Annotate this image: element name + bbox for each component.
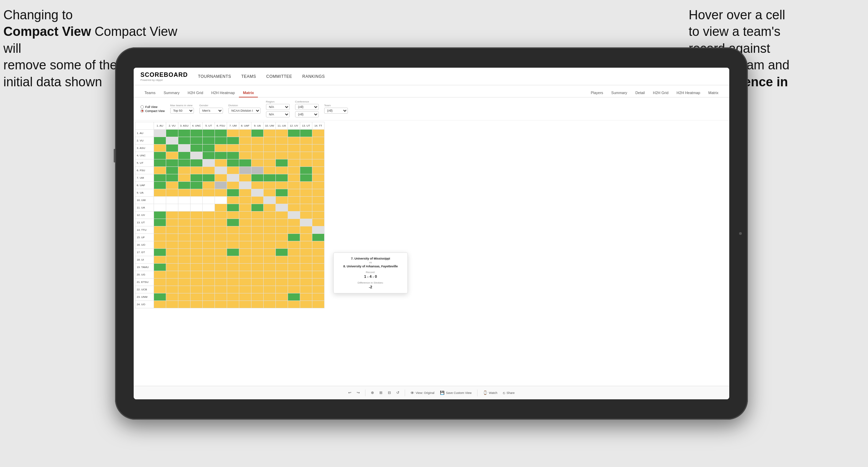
matrix-cell[interactable] [191,130,203,137]
matrix-cell[interactable] [166,219,178,226]
matrix-cell[interactable] [227,159,239,167]
matrix-cell[interactable] [251,137,264,144]
matrix-cell[interactable] [239,189,251,197]
matrix-cell[interactable] [191,279,203,286]
matrix-cell[interactable] [215,197,227,204]
matrix-cell[interactable] [203,234,215,241]
matrix-cell[interactable] [276,264,288,271]
matrix-cell[interactable] [227,271,239,279]
matrix-cell[interactable] [276,130,288,137]
matrix-cell[interactable] [288,189,300,197]
save-custom-view-button[interactable]: 💾 Save Custom View [440,391,472,395]
matrix-cell[interactable] [154,137,166,144]
matrix-cell[interactable] [300,182,312,189]
toolbar-misc3[interactable]: ⊟ [388,391,391,395]
matrix-cell[interactable] [251,286,264,293]
matrix-cell[interactable] [288,182,300,189]
region-select2[interactable]: N/A [266,111,290,117]
matrix-cell[interactable] [191,219,203,226]
matrix-cell[interactable] [191,271,203,279]
tab-matrix[interactable]: Matrix [239,89,258,97]
matrix-cell[interactable] [239,197,251,204]
matrix-cell[interactable] [227,204,239,212]
matrix-cell[interactable] [239,264,251,271]
matrix-cell[interactable] [203,241,215,249]
matrix-cell[interactable] [154,256,166,264]
matrix-cell[interactable] [288,130,300,137]
matrix-cell[interactable] [227,249,239,256]
matrix-cell[interactable] [276,137,288,144]
matrix-cell[interactable] [178,144,191,152]
matrix-cell[interactable] [300,137,312,144]
matrix-cell[interactable] [154,286,166,293]
matrix-cell[interactable] [203,189,215,197]
matrix-cell[interactable] [215,189,227,197]
matrix-cell[interactable] [154,182,166,189]
nav-tournaments[interactable]: TOURNAMENTS [198,74,231,79]
matrix-cell[interactable] [276,152,288,159]
matrix-cell[interactable] [312,174,325,182]
matrix-cell[interactable] [215,182,227,189]
matrix-cell[interactable] [239,226,251,234]
matrix-cell[interactable] [276,286,288,293]
matrix-cell[interactable] [264,241,276,249]
matrix-cell[interactable] [191,249,203,256]
matrix-cell[interactable] [166,301,178,308]
matrix-cell[interactable] [154,234,166,241]
matrix-cell[interactable] [227,256,239,264]
undo-button[interactable]: ↩ [348,391,351,395]
matrix-cell[interactable] [251,174,264,182]
matrix-cell[interactable] [215,264,227,271]
matrix-cell[interactable] [312,271,325,279]
toolbar-misc2[interactable]: ⊞ [379,391,382,395]
matrix-cell[interactable] [288,219,300,226]
matrix-cell[interactable] [166,204,178,212]
toolbar-misc1[interactable]: ⊕ [371,391,374,395]
matrix-cell[interactable] [178,182,191,189]
matrix-cell[interactable] [264,279,276,286]
matrix-cell[interactable] [264,182,276,189]
matrix-cell[interactable] [215,152,227,159]
matrix-cell[interactable] [227,279,239,286]
matrix-cell[interactable] [251,249,264,256]
matrix-cell[interactable] [166,130,178,137]
matrix-cell[interactable] [239,174,251,182]
tab-h2h-heatmap[interactable]: H2H Heatmap [207,89,239,97]
matrix-cell[interactable] [276,197,288,204]
matrix-cell[interactable] [239,256,251,264]
matrix-cell[interactable] [154,279,166,286]
tab-players-h2h-grid[interactable]: H2H Grid [649,89,673,97]
matrix-cell[interactable] [312,256,325,264]
matrix-cell[interactable] [276,241,288,249]
matrix-cell[interactable] [215,293,227,301]
matrix-cell[interactable] [288,264,300,271]
matrix-cell[interactable] [300,226,312,234]
matrix-cell[interactable] [251,212,264,219]
matrix-cell[interactable] [227,286,239,293]
matrix-cell[interactable] [215,167,227,174]
matrix-cell[interactable] [300,212,312,219]
matrix-cell[interactable] [166,167,178,174]
matrix-cell[interactable] [178,293,191,301]
matrix-cell[interactable] [166,249,178,256]
matrix-cell[interactable] [154,159,166,167]
matrix-cell[interactable] [300,189,312,197]
matrix-cell[interactable] [300,197,312,204]
matrix-cell[interactable] [239,293,251,301]
matrix-area[interactable]: 1. AU 2. VU 3. ASU 4. UNC 5. UT 6. FSU 7… [134,120,729,386]
matrix-cell[interactable] [203,130,215,137]
matrix-cell[interactable] [276,144,288,152]
matrix-cell[interactable] [227,152,239,159]
matrix-cell[interactable] [239,152,251,159]
matrix-cell[interactable] [215,241,227,249]
matrix-cell[interactable] [276,189,288,197]
team-select[interactable]: (All) [324,108,348,114]
matrix-cell[interactable] [276,212,288,219]
matrix-cell[interactable] [239,249,251,256]
matrix-cell[interactable] [191,182,203,189]
matrix-cell[interactable] [191,152,203,159]
matrix-cell[interactable] [312,293,325,301]
matrix-cell[interactable] [203,182,215,189]
matrix-cell[interactable] [154,226,166,234]
matrix-cell[interactable] [154,241,166,249]
